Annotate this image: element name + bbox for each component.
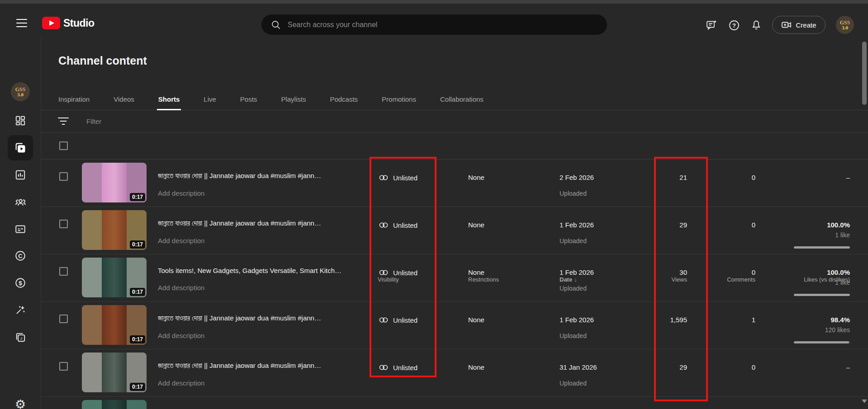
tab-podcasts[interactable]: Podcasts	[330, 89, 358, 110]
subtitles-icon	[14, 223, 26, 235]
date-sub-label: Uploaded	[560, 190, 594, 197]
date-value: 2 Feb 2026	[560, 174, 594, 181]
likes-ratio-fill	[794, 246, 850, 249]
create-button[interactable]: Create	[772, 16, 825, 34]
tab-videos[interactable]: Videos	[114, 89, 134, 110]
tab-posts[interactable]: Posts	[240, 89, 257, 110]
notifications-bell-icon[interactable]	[750, 19, 762, 31]
likes-percent: 100.0%	[773, 268, 850, 276]
row-checkbox[interactable]	[59, 362, 68, 371]
create-button-label: Create	[796, 21, 816, 29]
restrictions-value: None	[468, 268, 484, 276]
table-row: 0:17 জান্নাতে যাওয়ার দোয়া || Jannate j…	[41, 160, 868, 207]
date-cell: 31 Jan 2026 Uploaded	[560, 363, 597, 387]
channel-avatar[interactable]: GSS 3.0	[11, 82, 30, 101]
comments-value: 0	[701, 221, 755, 229]
duration-badge: 0:17	[130, 193, 145, 201]
add-description-link[interactable]: Add description	[158, 379, 370, 387]
row-checkbox[interactable]	[59, 267, 68, 276]
likes-ratio-bar	[794, 246, 850, 249]
row-checkbox[interactable]	[59, 315, 68, 323]
create-video-icon	[781, 19, 792, 30]
help-icon[interactable]: ?	[728, 19, 740, 31]
page-title: Channel content	[58, 54, 147, 67]
short-title-link[interactable]: Tools items!, New Gadgets, Gadgets Versa…	[158, 267, 370, 274]
date-cell: 1 Feb 2026 Uploaded	[560, 268, 594, 292]
tab-shorts[interactable]: Shorts	[158, 89, 180, 110]
likes-count-label: 1 like	[773, 279, 850, 286]
tab-promotions[interactable]: Promotions	[382, 89, 416, 110]
add-description-link[interactable]: Add description	[158, 332, 370, 339]
likes-percent: 98.4%	[773, 316, 850, 324]
likes-percent: 100.0%	[773, 221, 850, 229]
short-thumbnail[interactable]: 0:17	[82, 353, 147, 392]
tab-live[interactable]: Live	[204, 89, 216, 110]
duration-badge: 0:17	[130, 335, 145, 343]
sidebar-item-analytics[interactable]	[0, 162, 41, 188]
tab-collaborations[interactable]: Collaborations	[440, 89, 484, 110]
search-input[interactable]	[288, 21, 598, 29]
short-title-link[interactable]: জান্নাতে যাওয়ার দোয়া || Jannate jaowar…	[158, 172, 370, 180]
filter-input[interactable]	[86, 118, 267, 125]
sidebar-item-community[interactable]	[0, 189, 41, 215]
date-cell: 1 Feb 2026 Uploaded	[560, 221, 594, 244]
sidebar-item-audio-library[interactable]: ♪	[0, 324, 41, 350]
filter-icon[interactable]	[57, 117, 69, 126]
channel-avatar-text1: GSS	[15, 87, 26, 92]
scrollbar-down-arrow-icon[interactable]	[862, 400, 867, 403]
add-description-link[interactable]: Add description	[158, 237, 370, 244]
table-row: 0:17 Tools items!, New Gadgets, Gadgets …	[41, 254, 868, 302]
short-thumbnail[interactable]: 0:17	[82, 400, 147, 409]
comments-value: 0	[701, 363, 755, 371]
account-avatar[interactable]: GSS 3.0	[836, 16, 854, 34]
likes-cell: –	[773, 174, 850, 184]
community-icon	[14, 196, 27, 208]
row-checkbox[interactable]	[59, 172, 68, 181]
short-thumbnail[interactable]: 0:17	[82, 210, 147, 250]
topbar: Studio ?	[0, 4, 868, 34]
date-value: 1 Feb 2026	[560, 268, 594, 276]
sidebar-item-dashboard[interactable]	[0, 108, 41, 133]
restrictions-value: None	[468, 316, 484, 324]
short-title-link[interactable]: জান্নাতে যাওয়ার দোয়া || Jannate jaowar…	[158, 219, 370, 227]
sidebar-item-content[interactable]	[0, 135, 41, 160]
youtube-studio-logo[interactable]: Studio	[42, 17, 95, 29]
date-value: 31 Jan 2026	[560, 363, 597, 371]
short-thumbnail[interactable]: 0:17	[82, 163, 147, 202]
svg-text:♪: ♪	[20, 335, 22, 341]
short-thumbnail[interactable]: 0:17	[82, 305, 147, 345]
sidebar-item-earn[interactable]: $	[0, 270, 41, 296]
row-checkbox[interactable]	[59, 220, 68, 228]
sidebar-item-settings[interactable]: ⚙	[0, 392, 41, 409]
short-title-link[interactable]: জান্নাতে যাওয়ার দোয়া || Jannate jaowar…	[158, 362, 370, 370]
duration-badge: 0:17	[130, 288, 145, 296]
tab-playlists[interactable]: Playlists	[281, 89, 306, 110]
scrollbar-thumb[interactable]	[862, 42, 867, 105]
whats-new-feedback-icon[interactable]	[706, 19, 717, 31]
comments-value: 1	[701, 316, 755, 324]
dashboard-icon	[14, 115, 26, 127]
comments-value: 0	[701, 174, 755, 181]
analytics-icon	[14, 169, 26, 181]
table-row: 0:17 জান্নাতে যাওয়ার দোয়া || Jannate j…	[41, 207, 868, 254]
add-description-link[interactable]: Add description	[158, 189, 370, 197]
avatar-text-line1: GSS	[840, 20, 850, 25]
menu-hamburger-button[interactable]	[16, 19, 27, 27]
tab-inspiration[interactable]: Inspiration	[58, 89, 90, 110]
select-all-checkbox[interactable]	[59, 141, 68, 150]
short-title-link[interactable]: জান্নাতে যাওয়ার দোয়া || Jannate jaowar…	[158, 314, 370, 322]
sidebar-item-subtitles[interactable]	[0, 216, 41, 242]
likes-ratio-bar	[794, 294, 850, 296]
svg-text:?: ?	[732, 22, 736, 29]
likes-ratio-bar	[794, 341, 850, 343]
youtube-studio-app: Studio ?	[0, 0, 868, 409]
date-value: 1 Feb 2026	[560, 316, 594, 324]
likes-dash: –	[773, 174, 850, 181]
short-thumbnail[interactable]: 0:17	[82, 258, 147, 297]
search-bar[interactable]	[261, 14, 607, 35]
sidebar-item-customization[interactable]	[0, 297, 41, 323]
sidebar-item-copyright[interactable]: C	[0, 243, 41, 268]
add-description-link[interactable]: Add description	[158, 284, 370, 291]
date-cell: 1 Feb 2026 Uploaded	[560, 316, 594, 339]
likes-dash: –	[773, 363, 850, 371]
